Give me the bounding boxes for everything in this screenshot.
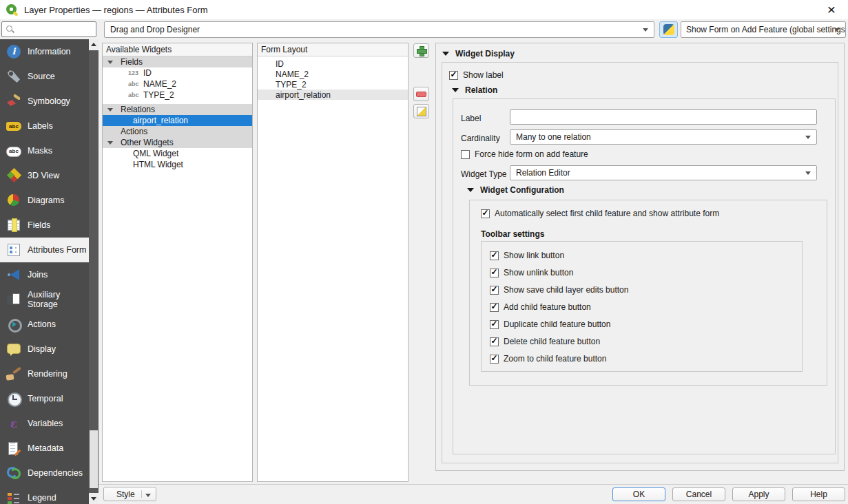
sidebar-item-symbology[interactable]: Symbology <box>0 89 89 114</box>
sidebar-item-auxiliary-storage[interactable]: Auxiliary Storage <box>0 287 89 312</box>
auto-select-checkbox[interactable]: ✓ Automatically select first child featu… <box>481 209 719 218</box>
checkbox[interactable]: ✓ <box>490 286 499 295</box>
collapse-triangle-icon[interactable] <box>107 141 113 145</box>
sidebar-item-variables[interactable]: Variables <box>0 411 89 436</box>
tree-item-html-widget[interactable]: HTML Widget <box>103 159 252 170</box>
symbology-icon <box>6 94 21 109</box>
tree-item-airport-relation[interactable]: airport_relation <box>103 115 252 126</box>
checkbox[interactable]: ✓ <box>481 209 490 218</box>
form-layout-list: ID NAME_2 TYPE_2 airport_relation <box>258 56 408 100</box>
collapse-triangle-icon[interactable] <box>442 52 449 56</box>
form-layout-panel: Form Layout ID NAME_2 TYPE_2 airport_rel… <box>257 43 409 482</box>
show-form-on-add-feature-select[interactable]: Show Form on Add Feature (global setting… <box>681 21 846 38</box>
python-init-button[interactable] <box>659 21 678 38</box>
tree-item-qml-widget[interactable]: QML Widget <box>103 148 252 159</box>
checkbox[interactable]: ✓ <box>490 355 499 364</box>
metadata-icon <box>6 441 21 456</box>
relation-box: Label Cardinality Many to one relation F… <box>453 98 836 454</box>
zoom-child-feature-checkbox[interactable]: ✓Zoom to child feature button <box>490 354 802 364</box>
add-child-feature-checkbox[interactable]: ✓Add child feature button <box>490 302 802 312</box>
tree-group-relations[interactable]: Relations <box>103 104 252 115</box>
widget-type-value: Relation Editor <box>516 168 570 178</box>
collapse-triangle-icon[interactable] <box>107 108 113 112</box>
checkbox[interactable]: ✓ <box>490 303 499 312</box>
tree-group-other-widgets[interactable]: Other Widgets <box>103 137 252 148</box>
close-icon[interactable] <box>820 0 842 19</box>
sidebar-item-joins[interactable]: Joins <box>0 262 89 287</box>
tree-item-id[interactable]: 123ID <box>103 67 252 78</box>
sidebar-item-attributes-form[interactable]: Attributes Form <box>0 238 90 262</box>
sidebar-item-actions[interactable]: Actions <box>0 312 89 337</box>
widget-configuration-section-header[interactable]: Widget Configuration <box>467 185 564 195</box>
toolbar-settings-box: ✓Show link button ✓Show unlink button ✓S… <box>481 241 803 372</box>
sidebar-item-source[interactable]: Source <box>0 64 89 89</box>
show-label-checkbox[interactable]: ✓ Show label <box>449 70 504 80</box>
available-widgets-header: Available Widgets <box>103 43 252 56</box>
formlayout-item-id[interactable]: ID <box>258 59 408 69</box>
widget-type-select[interactable]: Relation Editor <box>510 165 817 180</box>
available-widgets-tree: Fields 123ID abcNAME_2 abcTYPE_2 Relatio… <box>103 56 252 170</box>
tree-item-type-2[interactable]: abcTYPE_2 <box>103 90 252 101</box>
help-button[interactable]: Help <box>792 487 845 501</box>
sidebar-item-dependencies[interactable]: Dependencies <box>0 461 89 485</box>
search-box[interactable] <box>1 21 96 37</box>
sidebar-scrollbar[interactable] <box>89 39 99 504</box>
sidebar-item-temporal[interactable]: Temporal <box>0 386 89 411</box>
relation-section-header[interactable]: Relation <box>452 85 497 95</box>
collapse-triangle-icon[interactable] <box>467 188 474 192</box>
widget-display-section-header[interactable]: Widget Display <box>442 49 515 59</box>
add-container-button[interactable] <box>413 43 429 58</box>
ok-button[interactable]: OK <box>612 487 665 501</box>
checkbox[interactable] <box>461 150 470 159</box>
save-child-edits-checkbox[interactable]: ✓Show save child layer edits button <box>490 285 802 295</box>
actions-icon <box>6 317 21 332</box>
duplicate-child-feature-checkbox[interactable]: ✓Duplicate child feature button <box>490 319 802 329</box>
scroll-up-icon[interactable] <box>89 39 99 50</box>
checkbox[interactable]: ✓ <box>490 251 499 260</box>
checkbox[interactable]: ✓ <box>490 320 499 329</box>
sidebar-item-masks[interactable]: Masks <box>0 138 89 163</box>
checkbox[interactable]: ✓ <box>490 269 499 277</box>
formlayout-item-name-2[interactable]: NAME_2 <box>258 69 408 79</box>
checkbox[interactable]: ✓ <box>490 337 499 346</box>
scroll-down-icon[interactable] <box>89 493 99 504</box>
widget-type-label: Widget Type <box>461 169 506 179</box>
relation-label-input[interactable] <box>510 109 817 125</box>
sidebar-item-display[interactable]: Display <box>0 337 89 361</box>
cancel-button[interactable]: Cancel <box>672 487 725 501</box>
form-layout-header: Form Layout <box>258 43 408 56</box>
tree-group-actions[interactable]: Actions <box>103 126 252 137</box>
force-hide-checkbox[interactable]: Force hide form on add feature <box>461 149 588 159</box>
show-unlink-checkbox[interactable]: ✓Show unlink button <box>490 268 802 277</box>
rename-icon <box>417 107 426 116</box>
source-icon <box>6 69 21 84</box>
show-link-checkbox[interactable]: ✓Show link button <box>490 251 802 260</box>
formlayout-item-type-2[interactable]: TYPE_2 <box>258 79 408 90</box>
formlayout-item-airport-relation[interactable]: airport_relation <box>258 90 408 100</box>
search-input[interactable] <box>18 22 96 36</box>
sidebar-item-metadata[interactable]: Metadata <box>0 436 89 461</box>
rename-item-button[interactable] <box>413 104 429 118</box>
cardinality-select[interactable]: Many to one relation <box>510 129 817 145</box>
editor-layout-select[interactable]: Drag and Drop Designer <box>104 21 654 38</box>
sidebar-item-labels[interactable]: Labels <box>0 114 89 138</box>
apply-button[interactable]: Apply <box>732 487 785 501</box>
sidebar-item-3d-view[interactable]: 3D View <box>0 163 89 188</box>
collapse-triangle-icon[interactable] <box>107 61 113 64</box>
delete-child-feature-checkbox[interactable]: ✓Delete child feature button <box>490 337 802 346</box>
widget-display-box: ✓ Show label Relation Label Cardinality … <box>442 62 838 463</box>
sidebar: Information Source Symbology Labels Mask… <box>0 39 99 504</box>
remove-item-button[interactable] <box>413 87 429 101</box>
style-menu-button[interactable]: Style <box>103 487 156 501</box>
sidebar-item-fields[interactable]: Fields <box>0 213 89 238</box>
sidebar-item-legend[interactable]: Legend <box>0 485 89 504</box>
checkbox[interactable]: ✓ <box>449 71 458 80</box>
collapse-triangle-icon[interactable] <box>452 88 459 92</box>
scrollbar-thumb[interactable] <box>90 430 98 488</box>
cardinality-value: Many to one relation <box>516 132 591 142</box>
sidebar-item-rendering[interactable]: Rendering <box>0 361 89 386</box>
tree-group-fields[interactable]: Fields <box>103 56 252 67</box>
tree-item-name-2[interactable]: abcNAME_2 <box>103 78 252 90</box>
sidebar-item-information[interactable]: Information <box>0 39 89 64</box>
sidebar-item-diagrams[interactable]: Diagrams <box>0 188 89 213</box>
